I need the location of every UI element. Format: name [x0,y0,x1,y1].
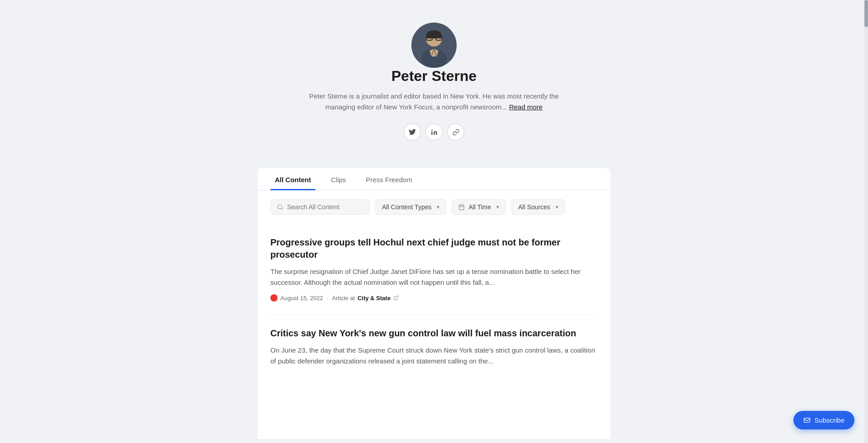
table-row: Progressive groups tell Hochul next chie… [270,224,598,315]
content-types-dropdown[interactable]: All Content Types ▾ [375,199,446,215]
chevron-down-icon: ▾ [437,204,439,210]
link-icon [453,129,459,136]
tabs-bar: All Content Clips Press Freedom [258,168,610,190]
article-excerpt: The surprise resignation of Chief Judge … [270,266,598,288]
subscribe-button[interactable]: Subscribe [793,411,854,429]
article-excerpt: On June 23, the day that the Supreme Cou… [270,345,598,367]
scrollbar-thumb[interactable] [864,0,868,27]
article-meta: August 15, 2022 · Article at City & Stat… [270,294,598,302]
profile-section: Peter Sterne Peter Sterne is a journalis… [0,0,868,168]
tab-clips[interactable]: Clips [326,168,350,190]
svg-rect-9 [459,205,464,210]
social-links [404,123,464,141]
chevron-down-icon: ▾ [496,204,499,210]
svg-point-8 [278,205,282,209]
twitter-icon [409,129,416,135]
source-dot [270,294,278,302]
tab-press-freedom[interactable]: Press Freedom [361,168,417,190]
calendar-icon [458,204,465,210]
article-source-name: City & State [358,295,391,302]
avatar [411,23,457,68]
linkedin-icon [431,129,438,136]
profile-bio: Peter Sterne is a journalist and editor … [307,91,561,113]
article-type-label: Article at [332,295,355,302]
scrollbar-track[interactable] [864,0,868,443]
article-title[interactable]: Progressive groups tell Hochul next chie… [270,236,598,261]
svg-point-7 [431,129,433,131]
page-wrapper: Peter Sterne Peter Sterne is a journalis… [0,0,868,443]
linkedin-button[interactable] [425,123,443,141]
svg-line-13 [396,296,398,299]
search-input[interactable] [287,203,355,211]
content-area: All Content Clips Press Freedom All Cont [258,168,610,439]
articles-list: Progressive groups tell Hochul next chie… [258,224,610,398]
article-title[interactable]: Critics say New York's new gun control l… [270,327,598,339]
read-more-link[interactable]: Read more [509,103,542,111]
article-date: August 15, 2022 [280,295,323,302]
external-link-icon[interactable] [393,295,399,301]
twitter-button[interactable] [404,123,421,141]
search-icon [277,204,283,210]
time-dropdown[interactable]: All Time ▾ [452,199,506,215]
filter-bar: All Content Types ▾ All Time ▾ All Sourc… [258,190,610,224]
sources-dropdown[interactable]: All Sources ▾ [511,199,565,215]
search-input-wrapper[interactable] [270,199,370,215]
chevron-down-icon: ▾ [556,204,558,210]
profile-name: Peter Sterne [392,68,477,85]
envelope-icon [803,417,811,423]
copy-link-button[interactable] [447,123,464,141]
tab-all-content[interactable]: All Content [270,168,316,190]
svg-rect-14 [804,418,810,422]
table-row: Critics say New York's new gun control l… [270,315,598,386]
